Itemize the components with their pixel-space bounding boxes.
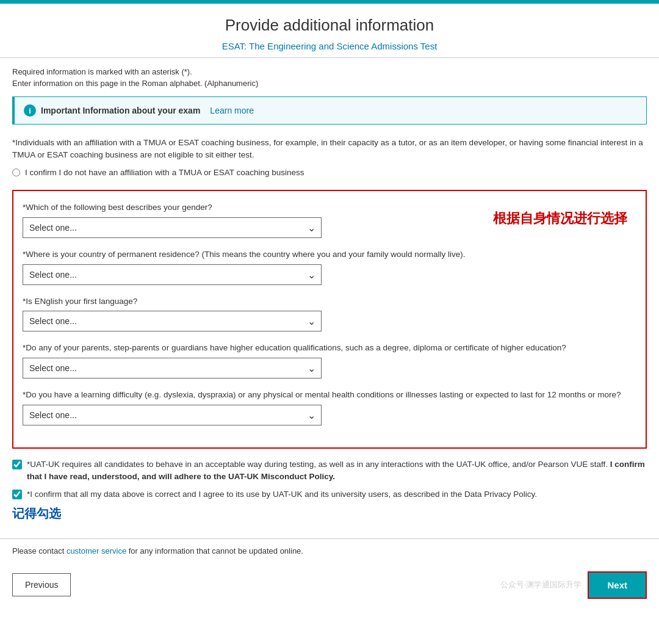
affiliation-radio-row: I confirm I do not have an affiliation w… xyxy=(12,167,647,179)
privacy-checkbox-row: *I confirm that all my data above is cor… xyxy=(12,488,647,501)
info-box-label: Important Information about your exam xyxy=(41,106,200,115)
exam-link[interactable]: ESAT: The Engineering and Science Admiss… xyxy=(222,41,438,51)
nav-buttons: Previous 公众号·渊学通国际升学 Next xyxy=(0,563,659,611)
affiliation-radio[interactable] xyxy=(12,168,20,176)
residence-select-wrapper: Select one... ⌄ xyxy=(23,264,322,285)
english-select[interactable]: Select one... xyxy=(23,311,322,331)
page-title: Provide additional information xyxy=(0,16,659,35)
main-content: Required information is marked with an a… xyxy=(0,58,659,538)
privacy-checkbox[interactable] xyxy=(12,490,22,499)
page-header: Provide additional information ESAT: The… xyxy=(0,4,659,58)
affiliation-section: *Individuals with an affiliation with a … xyxy=(12,137,647,179)
learning-difficulty-select-wrapper: Select one... ⌄ xyxy=(23,405,322,425)
misconduct-label: *UAT-UK requires all candidates to behav… xyxy=(27,458,647,483)
affiliation-text: *Individuals with an affiliation with a … xyxy=(12,137,647,162)
required-note: Required information is marked with an a… xyxy=(12,67,647,76)
learning-difficulty-field-group: *Do you have a learning difficulty (e.g.… xyxy=(23,389,636,425)
gender-select-wrapper: Select one... ⌄ xyxy=(23,217,322,238)
info-icon: i xyxy=(24,104,36,117)
residence-label: *Where is your country of permanent resi… xyxy=(23,249,636,261)
learning-difficulty-label: *Do you have a learning difficulty (e.g.… xyxy=(23,389,636,401)
english-select-wrapper: Select one... ⌄ xyxy=(23,311,322,331)
nav-right: 公众号·渊学通国际升学 Next xyxy=(500,571,647,599)
watermark: 公众号·渊学通国际升学 xyxy=(500,579,582,590)
next-button-wrapper: Next xyxy=(588,571,647,599)
customer-service-link[interactable]: customer service xyxy=(67,546,126,555)
affiliation-radio-label: I confirm I do not have an affiliation w… xyxy=(25,167,304,179)
parents-edu-select[interactable]: Select one... xyxy=(23,358,322,378)
form-section: 根据自身情况进行选择 *Which of the following best … xyxy=(12,190,647,449)
parents-edu-select-wrapper: Select one... ⌄ xyxy=(23,358,322,378)
misconduct-checkbox-row: *UAT-UK requires all candidates to behav… xyxy=(12,458,647,483)
parents-edu-field-group: *Do any of your parents, step-parents or… xyxy=(23,342,636,378)
roman-note: Enter information on this page in the Ro… xyxy=(12,79,647,88)
residence-select[interactable]: Select one... xyxy=(23,264,322,285)
annotation-bottom-left: 记得勾选 xyxy=(12,505,647,522)
next-button[interactable]: Next xyxy=(589,573,646,598)
misconduct-checkbox[interactable] xyxy=(12,460,22,469)
footer-note: Please contact customer service for any … xyxy=(0,538,659,563)
info-box: i Important Information about your exam … xyxy=(12,96,647,125)
residence-field-group: *Where is your country of permanent resi… xyxy=(23,249,636,285)
parents-edu-label: *Do any of your parents, step-parents or… xyxy=(23,342,636,354)
english-label: *Is ENglish your first language? xyxy=(23,296,636,308)
learning-difficulty-select[interactable]: Select one... xyxy=(23,405,322,425)
learn-more-link[interactable]: Learn more xyxy=(210,106,254,115)
gender-select[interactable]: Select one... xyxy=(23,217,322,238)
privacy-label: *I confirm that all my data above is cor… xyxy=(27,488,537,501)
annotation-red: 根据自身情况进行选择 xyxy=(493,209,627,228)
previous-button[interactable]: Previous xyxy=(12,573,71,596)
checkbox-section: *UAT-UK requires all candidates to behav… xyxy=(12,458,647,522)
english-field-group: *Is ENglish your first language? Select … xyxy=(23,296,636,332)
